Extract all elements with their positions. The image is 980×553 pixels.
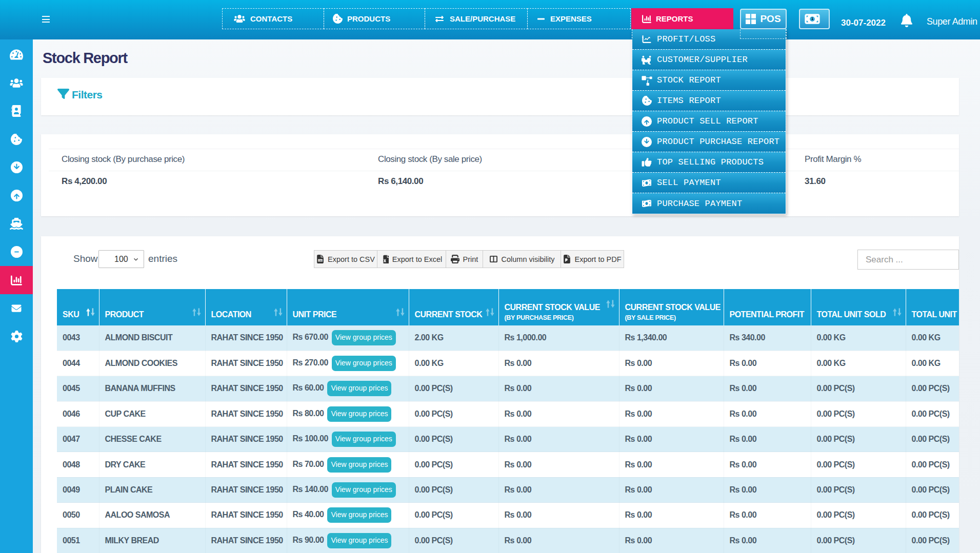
svg-text:1: 1 bbox=[646, 202, 648, 204]
svg-text:1: 1 bbox=[646, 181, 648, 184]
svg-text:CSV: CSV bbox=[318, 259, 323, 262]
svg-text:1: 1 bbox=[811, 16, 814, 21]
